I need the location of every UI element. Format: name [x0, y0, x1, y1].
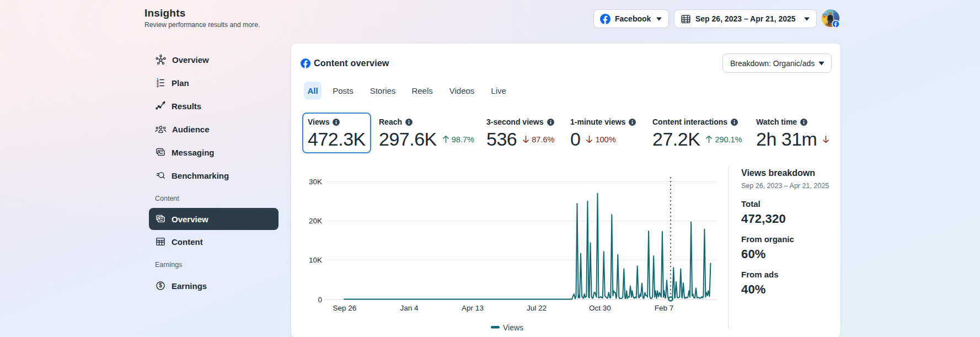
svg-text:Apr 13: Apr 13 — [462, 304, 484, 312]
svg-text:Sep 26: Sep 26 — [333, 304, 357, 312]
svg-text:3: 3 — [157, 84, 159, 88]
svg-text:20K: 20K — [309, 217, 322, 225]
svg-text:30K: 30K — [309, 178, 322, 186]
svg-text:Feb 7: Feb 7 — [655, 304, 674, 312]
svg-text:Jan 4: Jan 4 — [400, 304, 419, 312]
svg-text:10K: 10K — [309, 256, 322, 264]
svg-text:Oct 30: Oct 30 — [589, 304, 611, 312]
svg-text:Jul 22: Jul 22 — [527, 304, 547, 312]
svg-text:0: 0 — [318, 296, 322, 304]
svg-text:$: $ — [159, 282, 162, 288]
svg-text:Views: Views — [503, 323, 523, 332]
